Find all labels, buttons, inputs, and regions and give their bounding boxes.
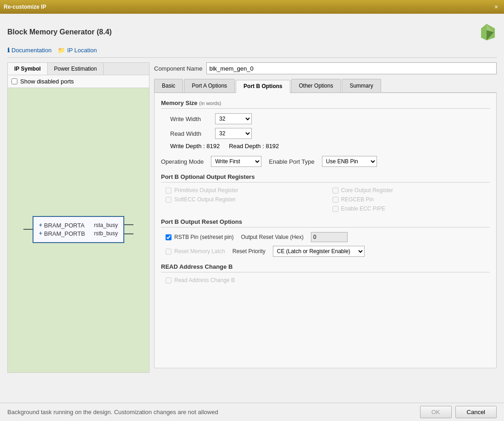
tab-basic[interactable]: Basic [154,79,183,92]
documentation-label: Documentation [11,47,51,54]
output-reset-value-label: Output Reset Value (Hex) [241,234,304,240]
enable-ecc-row [166,205,323,212]
read-address-section: READ Address Change B Read Address Chang… [161,263,490,283]
left-panel: IP Symbol Power Estimation Show disabled… [7,62,150,373]
memory-size-section: Memory Size (in words) Write Width 32 Re… [161,100,490,150]
ip-location-label: IP Location [67,47,97,54]
regceb-row: REGCEB Pin [332,196,490,203]
bram-porta-label: BRAM_PORTA [44,222,84,229]
softecc-label: SoftECC Output Register [174,196,236,203]
write-width-select[interactable]: 32 [215,113,252,124]
bram-diagram: + BRAM_PORTA rsta_busy + BRAM_PORTB [23,216,133,245]
read-address-change-checkbox[interactable] [166,277,172,283]
tab-power-estimation[interactable]: Power Estimation [48,63,104,75]
ip-location-link[interactable]: 📁 IP Location [58,47,97,54]
read-address-title: READ Address Change B [161,263,490,272]
tab-port-a-options[interactable]: Port A Options [184,79,235,92]
close-button[interactable]: × [492,3,500,11]
bram-port-b-row: + BRAM_PORTB rstb_busy [39,230,118,237]
bottom-status-text: Background task running on the design. C… [7,409,218,415]
operating-mode-select[interactable]: Write First Read First No Change [211,156,261,167]
memory-size-subtitle: (in words) [199,100,221,106]
write-width-row: Write Width 32 [170,113,490,124]
rsta-busy-label: rsta_busy [94,222,118,228]
enable-ecc-label: Enable ECC PIPE [341,205,386,212]
tab-summary[interactable]: Summary [342,79,381,92]
bottom-buttons: OK Cancel [420,406,497,418]
bram-portb-label: BRAM_PORTB [44,230,85,237]
write-width-label: Write Width [170,116,211,122]
core-row: Core Output Register [332,187,490,194]
tab-port-b-options[interactable]: Port B Options [236,80,290,93]
primitives-checkbox[interactable] [166,188,172,194]
read-width-select[interactable]: 32 [215,128,252,139]
softecc-checkbox[interactable] [166,197,172,203]
documentation-link[interactable]: ℹ Documentation [7,47,51,54]
bram-plus-a: + [39,222,42,228]
registers-grid: Primitives Output Register Core Output R… [166,187,490,212]
tab-other-options[interactable]: Other Options [291,79,341,92]
regceb-label: REGCEB Pin [341,196,374,203]
component-name-input[interactable] [206,62,497,74]
memory-size-title: Memory Size (in words) [161,100,490,109]
folder-icon: 📁 [58,47,65,54]
core-label: Core Output Register [341,187,393,194]
tab-row: Basic Port A Options Port B Options Othe… [154,79,497,93]
enable-ecc-checkbox[interactable] [332,206,338,212]
rstb-pin-check-row: RSTB Pin (set/reset pin) [166,234,233,240]
enable-port-type-label: Enable Port Type [269,158,315,165]
optional-output-registers-section: Port B Optional Output Registers Primiti… [161,173,490,212]
read-width-label: Read Width [170,130,211,137]
xilinx-logo [476,22,497,42]
bottom-status: Background task running on the design. C… [7,409,218,415]
depth-row: Write Depth : 8192 Read Depth : 8192 [170,143,490,150]
component-name-label: Component Name [154,65,203,72]
main-container: Block Memory Generator (8.4) ℹ Documenta… [0,14,504,377]
app-header: Block Memory Generator (8.4) [7,18,497,45]
reset-memory-latch-checkbox[interactable] [166,249,172,255]
write-depth-value: 8192 [206,143,220,150]
reset-memory-latch-label: Reset Memory Latch [174,248,225,255]
ok-button[interactable]: OK [420,406,452,418]
info-icon: ℹ [7,47,10,54]
bram-canvas: + BRAM_PORTA rsta_busy + BRAM_PORTB [8,88,149,372]
read-address-change-row: Read Address Change B [166,277,490,283]
reset-memory-latch-check-row: Reset Memory Latch [166,248,225,255]
show-disabled-label: Show disabled ports [20,78,74,85]
primitives-label: Primitives Output Register [174,187,238,194]
read-width-row: Read Width 32 [170,128,490,139]
output-reset-value-input[interactable] [311,232,348,242]
regceb-checkbox[interactable] [332,197,338,203]
softecc-row: SoftECC Output Register [166,196,323,203]
left-panel-tabs: IP Symbol Power Estimation [8,63,149,75]
show-disabled-ports-row: Show disabled ports [8,75,149,88]
memory-size-title-text: Memory Size [161,100,197,106]
content-area: IP Symbol Power Estimation Show disabled… [7,62,497,373]
enable-port-type-select[interactable]: Use ENB Pin Always Enabled [322,156,377,167]
read-depth-value: 8192 [266,143,279,150]
tab-ip-symbol[interactable]: IP Symbol [8,63,48,75]
rstb-busy-label: rstb_busy [94,230,118,237]
rstb-pin-checkbox[interactable] [166,234,172,240]
reset-priority-label: Reset Priority [233,248,266,255]
reset-priority-select[interactable]: CE (Latch or Register Enable) SR (Set/Re… [273,246,365,257]
right-panel: Component Name Basic Port A Options Port… [154,62,497,373]
show-disabled-checkbox[interactable] [11,78,17,84]
cancel-button[interactable]: Cancel [455,406,497,418]
output-reset-title: Port B Output Reset Options [161,218,490,227]
bram-port-a-row: + BRAM_PORTA rsta_busy [39,222,118,229]
write-depth-label: Write Depth : 8192 [170,143,220,150]
operating-mode-row: Operating Mode Write First Read First No… [161,156,490,167]
rstb-pin-label: RSTB Pin (set/reset pin) [174,234,233,240]
read-address-change-label: Read Address Change B [174,277,235,283]
read-depth-label: Read Depth : 8192 [229,143,279,150]
app-title: Block Memory Generator (8.4) [7,28,112,36]
reset-memory-latch-row: Reset Memory Latch Reset Priority CE (La… [166,246,490,257]
enable-ecc-row2: Enable ECC PIPE [332,205,490,212]
title-bar: Re-customize IP × [0,0,504,14]
core-checkbox[interactable] [332,188,338,194]
output-reset-section: Port B Output Reset Options RSTB Pin (se… [161,218,490,257]
bottom-bar: Background task running on the design. C… [0,403,504,421]
nav-links: ℹ Documentation 📁 IP Location [7,45,497,58]
bram-box: + BRAM_PORTA rsta_busy + BRAM_PORTB [33,216,124,243]
